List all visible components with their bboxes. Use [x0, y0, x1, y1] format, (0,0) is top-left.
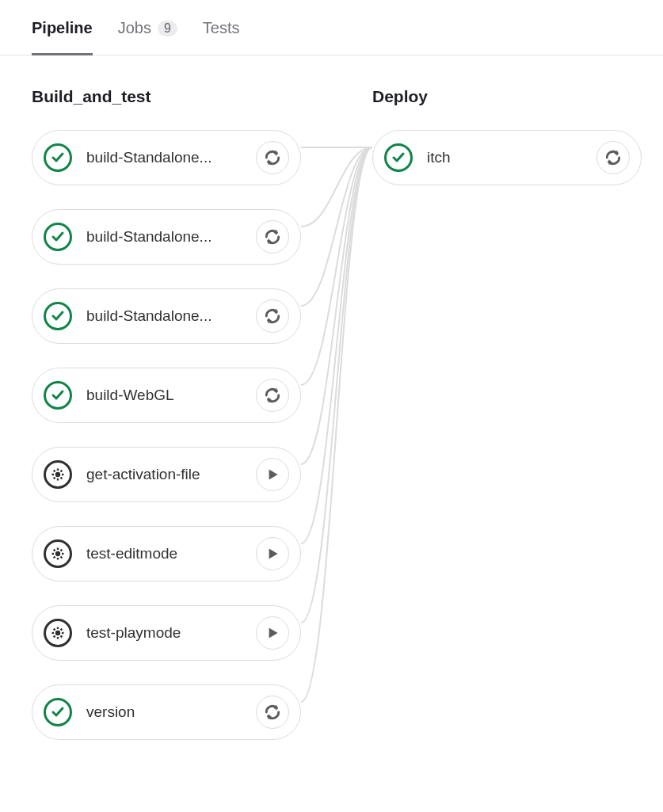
pipeline-canvas: Build_and_test build-Standalone...build-… [0, 55, 663, 812]
tab-pipeline-label: Pipeline [32, 19, 93, 37]
retry-button[interactable] [596, 141, 630, 174]
job-name-label: build-Standalone... [86, 228, 256, 246]
tab-jobs-label: Jobs [118, 19, 151, 37]
job-pill[interactable]: itch [372, 130, 642, 185]
tab-jobs-badge: 9 [158, 21, 177, 36]
retry-button[interactable] [256, 220, 289, 254]
job-name-label: itch [427, 149, 596, 166]
job-name-label: build-Standalone... [86, 307, 256, 325]
retry-button[interactable] [256, 696, 289, 729]
status-manual-icon [44, 619, 72, 647]
job-pill[interactable]: build-Standalone... [32, 209, 301, 265]
job-pill[interactable]: build-Standalone... [32, 288, 301, 344]
job-name-label: test-playmode [86, 624, 256, 642]
status-success-icon [384, 143, 413, 172]
job-pill[interactable]: build-Standalone... [32, 130, 301, 185]
job-pill[interactable]: test-editmode [32, 526, 301, 581]
stage-build-and-test: Build_and_test build-Standalone...build-… [32, 87, 301, 764]
status-success-icon [44, 223, 72, 251]
tab-tests[interactable]: Tests [203, 19, 240, 55]
retry-button[interactable] [256, 379, 289, 412]
job-name-label: version [86, 703, 256, 721]
status-success-icon [44, 143, 72, 172]
status-manual-icon [44, 539, 72, 568]
play-button[interactable] [256, 616, 289, 650]
job-pill[interactable]: test-playmode [32, 605, 301, 661]
job-pill[interactable]: get-activation-file [32, 447, 301, 502]
tabs-bar: Pipeline Jobs 9 Tests [0, 0, 663, 55]
status-success-icon [44, 302, 72, 330]
stage-title-build-and-test: Build_and_test [32, 87, 301, 106]
job-name-label: test-editmode [86, 545, 256, 562]
retry-button[interactable] [256, 141, 289, 174]
stage-deploy: Deploy itch [372, 87, 642, 209]
job-pill[interactable]: build-WebGL [32, 368, 301, 423]
tab-tests-label: Tests [203, 19, 240, 37]
job-pill[interactable]: version [32, 684, 301, 740]
stage-title-deploy: Deploy [372, 87, 642, 106]
status-manual-icon [44, 460, 72, 489]
job-name-label: build-WebGL [86, 387, 256, 404]
play-button[interactable] [256, 458, 289, 491]
job-name-label: get-activation-file [86, 466, 256, 483]
play-button[interactable] [256, 537, 289, 570]
status-success-icon [44, 381, 72, 410]
status-success-icon [44, 698, 72, 726]
tab-jobs[interactable]: Jobs 9 [118, 19, 177, 55]
retry-button[interactable] [256, 299, 289, 333]
job-name-label: build-Standalone... [86, 149, 256, 166]
tab-pipeline[interactable]: Pipeline [32, 19, 93, 55]
